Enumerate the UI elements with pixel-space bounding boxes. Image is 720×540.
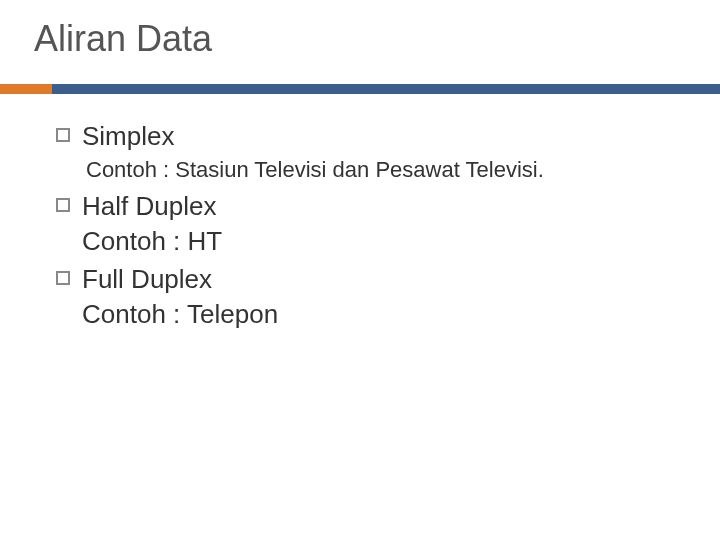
accent-bar-orange <box>0 84 52 94</box>
list-item: Full Duplex Contoh : Telepon <box>56 263 680 330</box>
content: Simplex Contoh : Stasiun Televisi dan Pe… <box>56 120 680 330</box>
list-item: Half Duplex Contoh : HT <box>56 190 680 257</box>
divider <box>0 84 720 94</box>
accent-bar-blue <box>52 84 720 94</box>
page-title: Aliran Data <box>34 18 720 60</box>
list-item: Simplex Contoh : Stasiun Televisi dan Pe… <box>56 120 680 184</box>
square-bullet-icon <box>56 198 70 212</box>
slide: Aliran Data Simplex Contoh : Stasiun Tel… <box>0 0 720 540</box>
item-example: Contoh : HT <box>82 225 222 258</box>
item-example: Contoh : Telepon <box>82 298 278 331</box>
item-example: Contoh : Stasiun Televisi dan Pesawat Te… <box>86 155 680 185</box>
square-bullet-icon <box>56 271 70 285</box>
item-heading: Full Duplex <box>82 263 278 296</box>
square-bullet-icon <box>56 128 70 142</box>
item-heading: Simplex <box>82 120 174 153</box>
item-heading: Half Duplex <box>82 190 222 223</box>
